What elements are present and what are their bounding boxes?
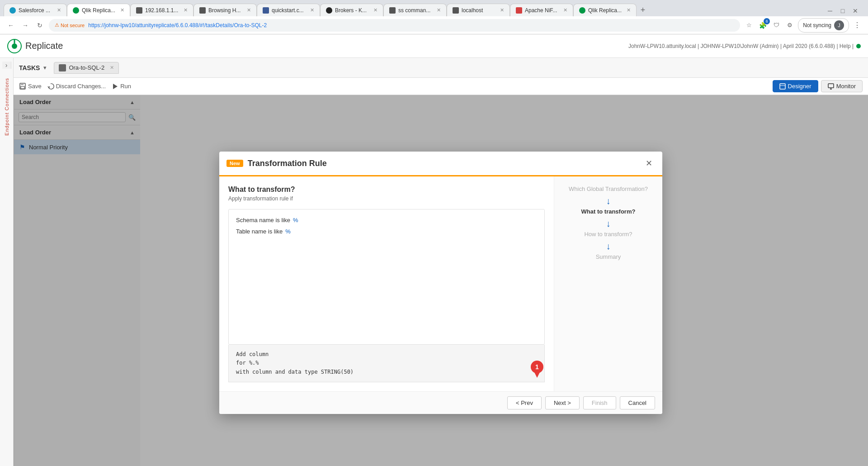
browser-chrome: Salesforce ... ✕ Qlik Replica... ✕ 192.1…: [0, 0, 868, 34]
tab-salesforce-close[interactable]: ✕: [57, 7, 61, 13]
designer-button[interactable]: Designer: [773, 80, 818, 92]
tab-qlik2[interactable]: Qlik Replica... ✕: [573, 4, 637, 16]
tab-ip[interactable]: 192.168.1.1... ✕: [130, 4, 193, 16]
tab-sscommand-label: ss comman...: [398, 7, 430, 14]
tab-qlik-replica[interactable]: Qlik Replica... ✕: [67, 4, 130, 16]
wizard-arrow-2: ↓: [606, 219, 611, 229]
tab-browsing-close[interactable]: ✕: [247, 7, 251, 13]
discard-button[interactable]: Discard Changes...: [47, 83, 106, 90]
tab-bar: Salesforce ... ✕ Qlik Replica... ✕ 192.1…: [0, 0, 868, 16]
schema-field-row: Schema name is like %: [236, 217, 537, 223]
tab-brokers-label: Brokers - K...: [335, 7, 367, 14]
not-syncing-label: Not syncing: [803, 22, 831, 29]
tab-sscommand-close[interactable]: ✕: [437, 7, 441, 13]
not-syncing-button[interactable]: Not syncing J: [798, 18, 849, 33]
what-to-transform-title: What to transform?: [228, 185, 545, 194]
wizard-step-3-label: How to transform?: [584, 231, 632, 238]
browser-menu-button[interactable]: ⋮: [852, 21, 863, 29]
tab-apache[interactable]: Apache NiF... ✕: [510, 4, 573, 16]
maximize-button[interactable]: □: [837, 5, 848, 16]
tab-quickstart[interactable]: quickstart.c... ✕: [257, 4, 320, 16]
modal-footer: < Prev Next > Finish Cancel: [219, 391, 662, 414]
tab-localhost-label: localhost: [462, 7, 483, 14]
extensions-icon[interactable]: 🧩 6: [757, 20, 768, 31]
current-task-tab[interactable]: Ora-to-SQL-2 ✕: [54, 62, 119, 74]
table-value[interactable]: %: [285, 228, 291, 235]
cancel-button[interactable]: Cancel: [620, 396, 655, 409]
sidebar-expand-toggle[interactable]: ›: [2, 62, 11, 69]
monitor-label: Monitor: [836, 83, 856, 90]
schema-label: Schema name is like: [236, 217, 290, 223]
localhost-favicon: [453, 7, 459, 14]
minimize-button[interactable]: ─: [825, 5, 835, 16]
wizard-step-4-label: Summary: [596, 253, 621, 260]
modal-title: Transformation Rule: [248, 159, 327, 168]
qlik-logo-icon: [7, 39, 22, 53]
qlik-logo: Replicate: [7, 39, 63, 53]
svg-point-1: [12, 43, 17, 49]
task-tab-close[interactable]: ✕: [110, 65, 114, 71]
tab-ip-close[interactable]: ✕: [184, 7, 188, 13]
brokers-favicon: [326, 7, 332, 14]
svg-marker-6: [113, 84, 118, 89]
current-task-label: Ora-to-SQL-2: [69, 64, 104, 71]
tab-qlik-close[interactable]: ✕: [120, 7, 124, 13]
back-button[interactable]: ←: [5, 20, 16, 31]
code-preview: Add column for %.% with column and data …: [228, 345, 545, 382]
warning-icon: ⚠: [55, 22, 59, 28]
run-label: Run: [120, 83, 131, 90]
code-line-2: for %.%: [236, 359, 537, 367]
pin-marker: 1: [529, 361, 545, 378]
tab-qlik2-label: Qlik Replica...: [588, 7, 622, 14]
tab-brokers[interactable]: Brokers - K... ✕: [320, 4, 383, 16]
connection-status-dot: [856, 44, 861, 48]
apache-favicon: [516, 7, 522, 14]
code-line-3: with column and data type STRING(50): [236, 368, 537, 376]
tab-sscommand[interactable]: ss comman... ✕: [383, 4, 447, 16]
address-bar[interactable]: ⚠ Not secure https://johnw-lpw10/attunit…: [49, 19, 740, 32]
modal-close-button[interactable]: ✕: [642, 157, 655, 170]
tab-browsing[interactable]: Browsing H... ✕: [193, 4, 257, 16]
security-warning: ⚠ Not secure: [55, 22, 85, 28]
designer-monitor-controls: Designer Monitor: [773, 80, 863, 92]
tab-brokers-close[interactable]: ✕: [373, 7, 377, 13]
table-label: Table name is like: [236, 228, 283, 235]
reload-button[interactable]: ↻: [34, 20, 45, 31]
shield-icon[interactable]: 🛡: [771, 20, 782, 31]
tab-localhost-close[interactable]: ✕: [500, 7, 504, 13]
run-button[interactable]: Run: [111, 83, 131, 90]
next-button[interactable]: Next >: [545, 396, 580, 409]
wizard-step-2: What to transform?: [581, 208, 636, 215]
modal-overlay: New Transformation Rule ✕ What to transf…: [14, 95, 868, 466]
save-button[interactable]: Save: [19, 83, 42, 90]
monitor-icon: [828, 83, 834, 90]
bookmark-icon[interactable]: ☆: [744, 20, 755, 31]
monitor-button[interactable]: Monitor: [821, 80, 863, 92]
designer-label: Designer: [788, 83, 811, 90]
new-tab-button[interactable]: +: [637, 4, 649, 16]
tab-quickstart-label: quickstart.c...: [272, 7, 304, 14]
address-bar-row: ← → ↻ ⚠ Not secure https://johnw-lpw10/a…: [0, 16, 868, 34]
task-bar: TASKS ▾ Ora-to-SQL-2 ✕: [14, 58, 868, 78]
forward-button[interactable]: →: [20, 20, 31, 31]
save-label: Save: [28, 83, 42, 90]
tab-localhost[interactable]: localhost ✕: [447, 4, 510, 16]
tab-apache-close[interactable]: ✕: [563, 7, 567, 13]
svg-rect-5: [21, 86, 24, 89]
wizard-arrow-3: ↓: [606, 241, 611, 252]
tab-qlik2-close[interactable]: ✕: [627, 7, 631, 13]
pin-number: 1: [535, 363, 539, 371]
transform-fields-container: Schema name is like % Table name is like…: [228, 209, 545, 345]
wizard-step-2-label: What to transform?: [581, 208, 636, 215]
qlik-favicon: [73, 7, 79, 14]
schema-value[interactable]: %: [293, 217, 298, 223]
tab-salesforce[interactable]: Salesforce ... ✕: [4, 4, 67, 16]
wizard-step-4: Summary: [596, 253, 621, 260]
settings-icon[interactable]: ⚙: [784, 20, 795, 31]
close-window-button[interactable]: ✕: [850, 5, 861, 16]
badge-count: 6: [764, 18, 770, 24]
prev-button[interactable]: < Prev: [507, 396, 542, 409]
tasks-dropdown[interactable]: ▾: [43, 64, 47, 71]
save-icon: [19, 83, 26, 90]
tab-quickstart-close[interactable]: ✕: [310, 7, 314, 13]
